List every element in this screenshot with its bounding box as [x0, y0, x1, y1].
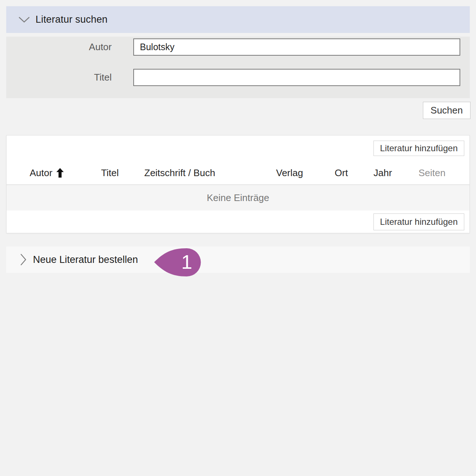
column-header-jahr[interactable]: Jahr — [373, 167, 392, 179]
column-header-ort[interactable]: Ort — [335, 167, 348, 179]
column-header-autor-label: Autor — [30, 167, 52, 179]
column-header-seiten[interactable]: Seiten — [419, 167, 446, 179]
titel-form-row: Titel — [6, 69, 470, 86]
sort-ascending-icon — [56, 168, 64, 178]
search-button[interactable]: Suchen — [423, 102, 471, 119]
autor-form-row: Autor — [6, 38, 470, 56]
order-section-title: Neue Literatur bestellen — [33, 254, 138, 265]
autor-label: Autor — [6, 41, 112, 53]
search-section-header[interactable]: Literatur suchen — [6, 6, 470, 33]
search-form: Autor Titel — [6, 37, 470, 98]
titel-input[interactable] — [133, 69, 460, 86]
empty-table-row: Keine Einträge — [7, 185, 469, 211]
chevron-right-icon — [20, 253, 27, 266]
add-literature-button-top[interactable]: Literatur hinzufügen — [373, 141, 464, 156]
results-panel: Literatur hinzufügen Autor Titel Zeitsch… — [6, 135, 470, 233]
titel-label: Titel — [6, 72, 112, 83]
add-literature-button-bottom[interactable]: Literatur hinzufügen — [373, 213, 464, 230]
chevron-down-icon — [18, 16, 30, 23]
order-section-header[interactable]: Neue Literatur bestellen — [6, 246, 470, 273]
search-section-title: Literatur suchen — [36, 14, 108, 25]
column-header-verlag[interactable]: Verlag — [276, 167, 303, 179]
empty-message: Keine Einträge — [207, 192, 269, 204]
column-header-zeitschrift-buch[interactable]: Zeitschrift / Buch — [144, 167, 215, 179]
column-header-autor[interactable]: Autor — [30, 167, 64, 179]
autor-input[interactable] — [133, 38, 460, 56]
column-header-titel[interactable]: Titel — [101, 167, 119, 179]
